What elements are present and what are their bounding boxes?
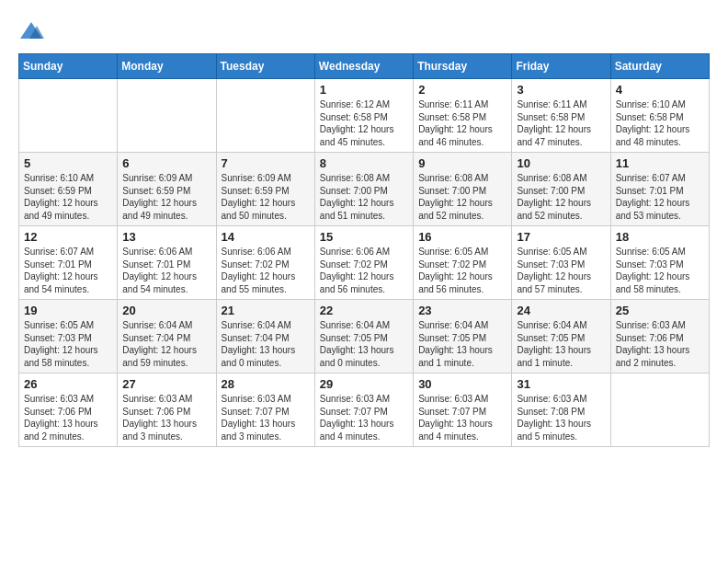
day-info: Sunrise: 6:03 AM Sunset: 7:07 PM Dayligh… (222, 393, 310, 442)
day-info: Sunrise: 6:06 AM Sunset: 7:02 PM Dayligh… (222, 246, 310, 295)
calendar-cell: 17Sunrise: 6:05 AM Sunset: 7:03 PM Dayli… (512, 226, 610, 300)
calendar-cell: 10Sunrise: 6:08 AM Sunset: 7:00 PM Dayli… (512, 153, 610, 226)
day-number: 8 (320, 156, 408, 170)
day-info: Sunrise: 6:05 AM Sunset: 7:03 PM Dayligh… (24, 319, 112, 369)
day-info: Sunrise: 6:03 AM Sunset: 7:06 PM Dayligh… (122, 393, 210, 442)
day-number: 29 (320, 377, 408, 391)
day-info: Sunrise: 6:09 AM Sunset: 6:59 PM Dayligh… (122, 172, 210, 222)
calendar-cell: 21Sunrise: 6:04 AM Sunset: 7:04 PM Dayli… (216, 300, 314, 373)
day-number: 9 (418, 156, 506, 170)
calendar-cell: 9Sunrise: 6:08 AM Sunset: 7:00 PM Daylig… (414, 153, 512, 226)
day-number: 2 (418, 83, 506, 97)
calendar-cell: 28Sunrise: 6:03 AM Sunset: 7:07 PM Dayli… (216, 373, 314, 447)
day-number: 12 (24, 230, 112, 244)
day-info: Sunrise: 6:03 AM Sunset: 7:06 PM Dayligh… (24, 393, 112, 442)
day-number: 1 (320, 83, 408, 97)
calendar-cell: 20Sunrise: 6:04 AM Sunset: 7:04 PM Dayli… (118, 300, 216, 373)
day-number: 22 (320, 304, 408, 317)
logo-icon (18, 18, 44, 44)
calendar-cell: 25Sunrise: 6:03 AM Sunset: 7:06 PM Dayli… (610, 300, 709, 373)
day-info: Sunrise: 6:07 AM Sunset: 7:01 PM Dayligh… (24, 246, 112, 295)
calendar-cell (610, 373, 709, 447)
calendar-table: SundayMondayTuesdayWednesdayThursdayFrid… (18, 53, 710, 447)
day-number: 27 (122, 377, 210, 391)
calendar-cell: 13Sunrise: 6:06 AM Sunset: 7:01 PM Dayli… (118, 226, 216, 300)
day-number: 28 (222, 377, 310, 391)
day-info: Sunrise: 6:04 AM Sunset: 7:05 PM Dayligh… (418, 319, 506, 369)
calendar-week-row: 1Sunrise: 6:12 AM Sunset: 6:58 PM Daylig… (19, 79, 710, 153)
day-info: Sunrise: 6:03 AM Sunset: 7:08 PM Dayligh… (517, 393, 605, 442)
day-number: 16 (418, 230, 506, 244)
calendar-cell: 12Sunrise: 6:07 AM Sunset: 7:01 PM Dayli… (19, 226, 118, 300)
page-header (18, 18, 710, 44)
calendar-cell: 1Sunrise: 6:12 AM Sunset: 6:58 PM Daylig… (314, 79, 413, 153)
weekday-header: Saturday (610, 54, 709, 79)
calendar-week-row: 5Sunrise: 6:10 AM Sunset: 6:59 PM Daylig… (19, 153, 710, 226)
calendar-cell (216, 79, 314, 153)
calendar-cell: 31Sunrise: 6:03 AM Sunset: 7:08 PM Dayli… (512, 373, 610, 447)
calendar-cell (118, 79, 216, 153)
weekday-header: Friday (512, 54, 610, 79)
day-number: 4 (616, 83, 704, 97)
calendar-week-row: 26Sunrise: 6:03 AM Sunset: 7:06 PM Dayli… (19, 373, 710, 447)
day-number: 25 (616, 304, 704, 317)
day-number: 6 (122, 156, 210, 170)
weekday-header: Sunday (19, 54, 118, 79)
day-info: Sunrise: 6:04 AM Sunset: 7:05 PM Dayligh… (517, 319, 605, 369)
day-number: 24 (517, 304, 605, 317)
day-info: Sunrise: 6:06 AM Sunset: 7:01 PM Dayligh… (122, 246, 210, 295)
day-number: 19 (24, 304, 112, 317)
weekday-header: Thursday (414, 54, 512, 79)
day-number: 20 (122, 304, 210, 317)
day-number: 18 (616, 230, 704, 244)
day-info: Sunrise: 6:04 AM Sunset: 7:04 PM Dayligh… (122, 319, 210, 369)
day-info: Sunrise: 6:05 AM Sunset: 7:03 PM Dayligh… (517, 246, 605, 295)
day-info: Sunrise: 6:11 AM Sunset: 6:58 PM Dayligh… (517, 98, 605, 148)
calendar-cell: 19Sunrise: 6:05 AM Sunset: 7:03 PM Dayli… (19, 300, 118, 373)
day-info: Sunrise: 6:05 AM Sunset: 7:02 PM Dayligh… (418, 246, 506, 295)
calendar-cell (19, 79, 118, 153)
calendar-cell: 27Sunrise: 6:03 AM Sunset: 7:06 PM Dayli… (118, 373, 216, 447)
day-info: Sunrise: 6:08 AM Sunset: 7:00 PM Dayligh… (517, 172, 605, 222)
calendar-cell: 3Sunrise: 6:11 AM Sunset: 6:58 PM Daylig… (512, 79, 610, 153)
day-number: 17 (517, 230, 605, 244)
calendar-cell: 16Sunrise: 6:05 AM Sunset: 7:02 PM Dayli… (414, 226, 512, 300)
day-info: Sunrise: 6:03 AM Sunset: 7:07 PM Dayligh… (418, 393, 506, 442)
day-info: Sunrise: 6:09 AM Sunset: 6:59 PM Dayligh… (222, 172, 310, 222)
day-info: Sunrise: 6:04 AM Sunset: 7:04 PM Dayligh… (222, 319, 310, 369)
calendar-cell: 14Sunrise: 6:06 AM Sunset: 7:02 PM Dayli… (216, 226, 314, 300)
calendar-cell: 18Sunrise: 6:05 AM Sunset: 7:03 PM Dayli… (610, 226, 709, 300)
calendar-week-row: 19Sunrise: 6:05 AM Sunset: 7:03 PM Dayli… (19, 300, 710, 373)
day-info: Sunrise: 6:08 AM Sunset: 7:00 PM Dayligh… (320, 172, 408, 222)
day-number: 26 (24, 377, 112, 391)
calendar-cell: 2Sunrise: 6:11 AM Sunset: 6:58 PM Daylig… (414, 79, 512, 153)
day-info: Sunrise: 6:10 AM Sunset: 6:59 PM Dayligh… (24, 172, 112, 222)
calendar-cell: 23Sunrise: 6:04 AM Sunset: 7:05 PM Dayli… (414, 300, 512, 373)
day-number: 7 (222, 156, 310, 170)
day-info: Sunrise: 6:12 AM Sunset: 6:58 PM Dayligh… (320, 98, 408, 148)
day-info: Sunrise: 6:06 AM Sunset: 7:02 PM Dayligh… (320, 246, 408, 295)
day-info: Sunrise: 6:04 AM Sunset: 7:05 PM Dayligh… (320, 319, 408, 369)
calendar-header-row: SundayMondayTuesdayWednesdayThursdayFrid… (19, 54, 710, 79)
calendar-cell: 24Sunrise: 6:04 AM Sunset: 7:05 PM Dayli… (512, 300, 610, 373)
calendar-cell: 30Sunrise: 6:03 AM Sunset: 7:07 PM Dayli… (414, 373, 512, 447)
calendar-cell: 6Sunrise: 6:09 AM Sunset: 6:59 PM Daylig… (118, 153, 216, 226)
logo (18, 18, 48, 44)
day-number: 23 (418, 304, 506, 317)
calendar-cell: 15Sunrise: 6:06 AM Sunset: 7:02 PM Dayli… (314, 226, 413, 300)
day-info: Sunrise: 6:11 AM Sunset: 6:58 PM Dayligh… (418, 98, 506, 148)
day-info: Sunrise: 6:03 AM Sunset: 7:07 PM Dayligh… (320, 393, 408, 442)
weekday-header: Monday (118, 54, 216, 79)
day-info: Sunrise: 6:07 AM Sunset: 7:01 PM Dayligh… (616, 172, 704, 222)
calendar-cell: 4Sunrise: 6:10 AM Sunset: 6:58 PM Daylig… (610, 79, 709, 153)
calendar-cell: 11Sunrise: 6:07 AM Sunset: 7:01 PM Dayli… (610, 153, 709, 226)
calendar-cell: 7Sunrise: 6:09 AM Sunset: 6:59 PM Daylig… (216, 153, 314, 226)
calendar-cell: 29Sunrise: 6:03 AM Sunset: 7:07 PM Dayli… (314, 373, 413, 447)
day-number: 3 (517, 83, 605, 97)
calendar-cell: 26Sunrise: 6:03 AM Sunset: 7:06 PM Dayli… (19, 373, 118, 447)
day-info: Sunrise: 6:05 AM Sunset: 7:03 PM Dayligh… (616, 246, 704, 295)
day-number: 14 (222, 230, 310, 244)
weekday-header: Wednesday (314, 54, 413, 79)
day-number: 21 (222, 304, 310, 317)
calendar-week-row: 12Sunrise: 6:07 AM Sunset: 7:01 PM Dayli… (19, 226, 710, 300)
